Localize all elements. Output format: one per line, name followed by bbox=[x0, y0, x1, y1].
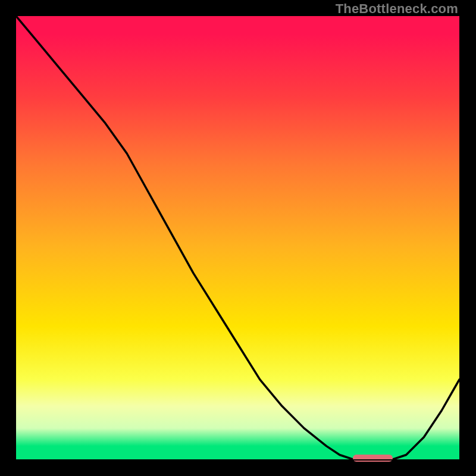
watermark-text: TheBottleneck.com bbox=[336, 1, 458, 17]
chart-container: TheBottleneck.com bbox=[0, 0, 476, 476]
bottleneck-curve bbox=[16, 16, 459, 459]
optimal-range-marker bbox=[353, 455, 393, 462]
axis-left bbox=[15, 16, 16, 461]
axis-bottom bbox=[15, 459, 459, 461]
plot-area bbox=[16, 16, 459, 459]
